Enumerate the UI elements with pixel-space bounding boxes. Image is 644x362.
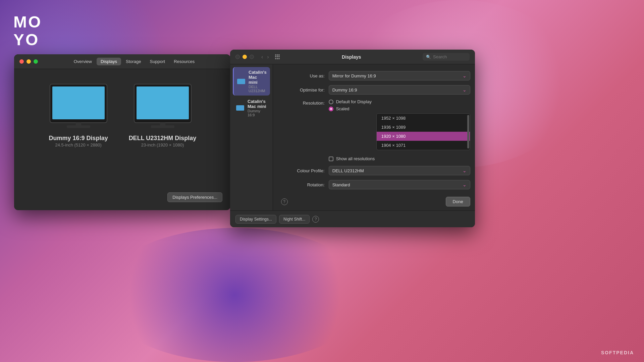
use-as-row: Use as: Mirror for Dummy 16:9 ⌄	[281, 71, 470, 80]
show-all-checkbox[interactable]	[329, 157, 333, 161]
maximize-button-right[interactable]	[250, 55, 254, 59]
svg-rect-3	[67, 125, 90, 128]
display-name-dell: DELL U2312HM Display 23-inch (1920 × 108…	[129, 135, 197, 147]
prefs-btn-row: Displays Preferences...	[167, 192, 222, 202]
minimize-button-left[interactable]	[26, 59, 31, 64]
right-window-bottom: Display Settings... Night Shift... ?	[230, 210, 475, 227]
left-window-tabs: Overview Displays Storage Support Resour…	[43, 58, 225, 65]
grid-icon[interactable]	[275, 54, 280, 60]
forward-arrow[interactable]: ›	[266, 53, 270, 61]
display-name-dummy: Dummy 16:9 Display 24.5-inch (5120 × 288…	[49, 135, 108, 147]
resolution-item-3[interactable]: 1904 × 1071	[377, 141, 470, 150]
scaled-resolution-radio-row: Scaled	[329, 106, 470, 111]
rotation-value: Standard	[332, 182, 350, 187]
show-all-label: Show all resolutions	[336, 156, 375, 161]
optimise-for-arrow: ⌄	[463, 87, 467, 93]
resolution-item-1[interactable]: 1936 × 1089	[377, 123, 470, 132]
optimise-for-dropdown[interactable]: Dummy 16:9 ⌄	[329, 85, 470, 95]
window-title: Displays	[284, 54, 419, 60]
resolution-label: Resolution:	[281, 101, 325, 106]
bg-blob3	[101, 228, 369, 362]
monitor-svg-dummy	[48, 82, 109, 129]
default-resolution-radio-row: Default for Display	[329, 99, 470, 104]
display-item-dell: DELL U2312HM Display 23-inch (1920 × 108…	[129, 82, 197, 147]
rotation-row: Rotation: Standard ⌄	[281, 180, 470, 189]
displays-row: Dummy 16:9 Display 24.5-inch (5120 × 288…	[48, 82, 197, 147]
left-window-content: Dummy 16:9 Display 24.5-inch (5120 × 288…	[14, 69, 230, 158]
sidebar-monitor-icon-dell	[237, 79, 245, 84]
svg-rect-1	[52, 86, 105, 119]
search-input[interactable]	[433, 54, 467, 59]
rotation-label: Rotation:	[281, 182, 325, 187]
traffic-lights-right	[235, 55, 254, 59]
colour-profile-dropdown[interactable]: DELL U2312HM ⌄	[329, 166, 470, 175]
display-item-dummy: Dummy 16:9 Display 24.5-inch (5120 × 288…	[48, 82, 109, 147]
softpedia-watermark: SOFTPEDIA	[601, 350, 634, 355]
minimize-button-right[interactable]	[243, 55, 247, 59]
monitor-svg-dell	[132, 82, 193, 129]
bottom-help-button[interactable]: ?	[312, 216, 319, 223]
optimise-for-label: Optimise for:	[281, 87, 325, 93]
traffic-lights-left	[19, 59, 38, 64]
scaled-resolution-radio[interactable]	[329, 107, 333, 111]
tab-support[interactable]: Support	[146, 58, 169, 65]
show-all-row: Show all resolutions	[329, 156, 470, 161]
sidebar-display-info-dell: Catalin's Mac mini DELL U2312HM	[249, 70, 267, 93]
use-as-dropdown[interactable]: Mirror for Dummy 16:9 ⌄	[329, 71, 470, 80]
tab-displays[interactable]: Displays	[97, 58, 121, 65]
use-as-value: Mirror for Dummy 16:9	[332, 73, 376, 78]
resolution-item-2[interactable]: 644 × 362	[377, 132, 470, 141]
optimise-for-value: Dummy 16:9	[332, 87, 357, 93]
resolution-row: Resolution: Default for Display Scaled 1…	[281, 99, 470, 150]
rotation-dropdown[interactable]: Standard ⌄	[329, 180, 470, 189]
default-resolution-label: Default for Display	[336, 99, 372, 104]
nav-arrows: ‹ ›	[260, 53, 270, 61]
resolution-section: Default for Display Scaled 1952 × 1098 1…	[329, 99, 470, 150]
sidebar-item-dell[interactable]: Catalin's Mac mini DELL U2312HM	[233, 67, 270, 96]
resolution-scrollbar[interactable]	[467, 115, 469, 148]
right-window-titlebar: ‹ › Displays 🔍	[230, 50, 475, 64]
bottom-left-buttons: Display Settings... Night Shift... ?	[235, 215, 319, 224]
use-as-label: Use as:	[281, 73, 325, 78]
back-arrow[interactable]: ‹	[260, 53, 264, 61]
rotation-arrow: ⌄	[463, 182, 467, 187]
use-as-arrow: ⌄	[463, 73, 467, 78]
tab-resources[interactable]: Resources	[170, 58, 199, 65]
sidebar-monitor-icon-dummy	[236, 105, 244, 111]
sidebar-display-info-dummy: Catalin's Mac mini Dummy 16:9	[248, 99, 267, 117]
moyo-logo: MO YO	[13, 13, 42, 49]
displays-preferences-button[interactable]: Displays Preferences...	[167, 192, 222, 202]
close-button-left[interactable]	[19, 59, 24, 64]
resolution-item-0[interactable]: 1952 × 1098	[377, 114, 470, 123]
resolution-list: 1952 × 1098 1936 × 1089 644 × 362 1904…	[376, 113, 470, 150]
colour-profile-arrow: ⌄	[463, 168, 467, 173]
optimise-for-row: Optimise for: Dummy 16:9 ⌄	[281, 85, 470, 95]
svg-rect-5	[137, 86, 189, 119]
close-button-right[interactable]	[235, 55, 240, 59]
night-shift-button[interactable]: Night Shift...	[279, 215, 310, 224]
right-window-body: Catalin's Mac mini DELL U2312HM Catalin'…	[230, 64, 475, 210]
sidebar-item-dummy[interactable]: Catalin's Mac mini Dummy 16:9	[233, 96, 270, 120]
done-button[interactable]: Done	[446, 197, 470, 206]
maximize-button-left[interactable]	[34, 59, 38, 64]
tab-storage[interactable]: Storage	[122, 58, 145, 65]
displays-sidebar: Catalin's Mac mini DELL U2312HM Catalin'…	[230, 64, 273, 210]
main-help-button[interactable]: ?	[281, 198, 288, 205]
search-box[interactable]: 🔍	[423, 53, 470, 61]
colour-profile-value: DELL U2312HM	[332, 168, 364, 173]
scaled-resolution-label: Scaled	[336, 106, 350, 111]
displays-settings: Use as: Mirror for Dummy 16:9 ⌄ Optimise…	[273, 64, 478, 210]
left-window-titlebar: Overview Displays Storage Support Resour…	[14, 54, 230, 69]
system-info-window: Overview Displays Storage Support Resour…	[14, 54, 230, 210]
display-settings-button[interactable]: Display Settings...	[235, 215, 276, 224]
colour-profile-label: Colour Profile:	[281, 168, 325, 173]
search-icon: 🔍	[426, 55, 431, 59]
tab-overview[interactable]: Overview	[70, 58, 96, 65]
colour-profile-row: Colour Profile: DELL U2312HM ⌄	[281, 166, 470, 175]
svg-rect-7	[151, 125, 174, 128]
default-resolution-radio[interactable]	[329, 100, 333, 104]
displays-preferences-window: ‹ › Displays 🔍 Catalin's Mac mini DELL U…	[230, 50, 475, 227]
